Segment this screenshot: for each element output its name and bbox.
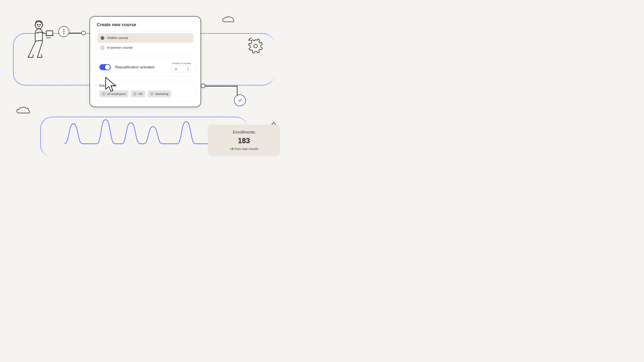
cloud-icon xyxy=(16,107,30,115)
radio-online-course[interactable]: Online course xyxy=(98,33,193,43)
node-dot xyxy=(81,31,86,35)
months-stepper-input[interactable]: 12 xyxy=(172,66,190,72)
radio-label: In-person course xyxy=(107,46,133,50)
stepper-arrows-icon[interactable] xyxy=(187,68,189,70)
radio-unselected-icon xyxy=(100,46,104,49)
connector-line xyxy=(205,86,238,86)
delta-suffix: from last month xyxy=(234,147,258,151)
connector-line xyxy=(237,86,238,95)
batch-enroll-title: Batch enroll xyxy=(100,84,191,87)
create-course-modal: Create new course Online course In-perso… xyxy=(90,16,201,107)
connector-line xyxy=(69,33,82,33)
radio-label: Online course xyxy=(107,36,128,40)
tag-label: HR xyxy=(138,92,143,95)
tag-label: Marketing xyxy=(155,92,168,95)
remove-tag-icon[interactable] xyxy=(150,92,153,95)
tag-marketing[interactable]: Marketing xyxy=(148,90,171,97)
svg-point-3 xyxy=(40,24,40,25)
requalification-section: Requalification activated Number of mont… xyxy=(96,58,195,76)
requalification-label: Requalification activated xyxy=(115,65,154,69)
svg-point-1 xyxy=(35,21,42,29)
radio-inperson-course[interactable]: In-person course xyxy=(98,43,193,52)
person-laptop-icon xyxy=(27,19,55,59)
cloud-icon xyxy=(222,16,234,23)
node-dot xyxy=(201,84,205,88)
enrollments-title: Enrollments xyxy=(214,130,274,135)
requalification-toggle[interactable] xyxy=(100,64,111,70)
batch-enroll-section: Batch enroll All employees HR Marketing xyxy=(96,80,195,101)
tag-hr[interactable]: HR xyxy=(130,90,146,97)
check-circle-icon xyxy=(234,94,246,106)
delta-prefix: +8 xyxy=(230,147,234,151)
remove-tag-icon[interactable] xyxy=(102,92,105,95)
course-type-group: Online course In-person course xyxy=(96,31,195,54)
radio-selected-icon xyxy=(100,36,104,40)
enrollments-value: 183 xyxy=(214,137,274,145)
modal-title: Create new course xyxy=(96,22,195,27)
remove-tag-icon[interactable] xyxy=(134,92,136,95)
svg-rect-4 xyxy=(46,31,53,35)
tag-label: All employees xyxy=(107,92,126,95)
more-vertical-icon[interactable] xyxy=(58,26,69,37)
batch-tags: All employees HR Marketing xyxy=(100,90,191,97)
months-value: 12 xyxy=(174,67,177,71)
months-field-label: Number of months xyxy=(172,62,191,64)
enrollments-card: Enrollments 183 +8 from last month xyxy=(208,124,280,156)
tag-all-employees[interactable]: All employees xyxy=(100,90,128,97)
waveform-line xyxy=(64,116,209,150)
svg-point-2 xyxy=(37,24,38,25)
enrollments-delta: +8 from last month xyxy=(214,147,274,151)
svg-point-0 xyxy=(254,44,258,48)
gear-icon xyxy=(246,35,266,55)
months-group: Number of months 12 xyxy=(172,62,191,72)
toggle-knob xyxy=(104,64,110,70)
